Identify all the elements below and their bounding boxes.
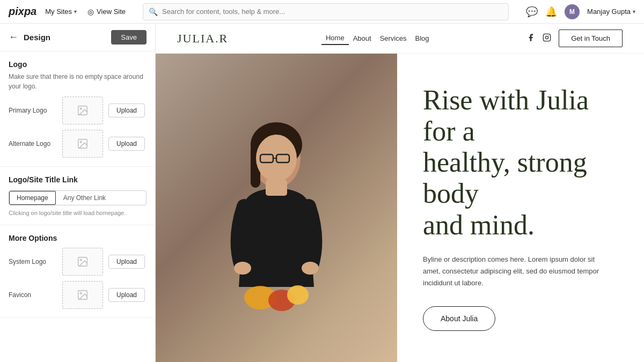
alternate-logo-upload-button[interactable]: Upload [108,137,145,151]
image-placeholder-icon4 [77,289,89,301]
favicon-row: Favicon Upload [9,281,147,309]
homepage-option[interactable]: Homepage [9,191,56,205]
link-options-group: Homepage Any Other Link [9,190,147,205]
user-menu[interactable]: Manjay Gupta ▾ [587,8,635,16]
system-logo-placeholder [62,248,103,276]
preview-nav: JULIA.R Home About Services Blog Get in … [156,24,644,54]
preview-area: JULIA.R Home About Services Blog Get in … [156,24,644,362]
primary-logo-label: Primary Logo [9,107,57,114]
search-bar[interactable]: 🔍 [143,3,509,20]
svg-point-9 [546,36,548,39]
favicon-upload-button[interactable]: Upload [108,288,145,302]
link-section: Logo/Site Title Link Homepage Any Other … [0,167,155,225]
svg-rect-8 [544,34,551,41]
hero-image-placeholder [156,54,397,362]
user-chevron-icon: ▾ [633,9,635,14]
mysites-label: My Sites [45,8,72,16]
primary-logo-row: Primary Logo Upload [9,97,147,124]
headline-line3: and mind. [423,210,535,240]
svg-point-23 [287,285,309,305]
system-logo-upload-button[interactable]: Upload [108,255,145,269]
bell-icon[interactable]: 🔔 [545,6,557,18]
main-area: ← Design Save Logo Make sure that there … [0,24,644,362]
avatar: M [565,4,580,19]
nav-link-about[interactable]: About [349,32,376,45]
search-input[interactable] [162,8,503,16]
save-button[interactable]: Save [111,30,147,45]
alternate-logo-placeholder [62,130,103,158]
other-link-option[interactable]: Any Other Link [56,191,113,205]
pixpa-wordmark: pixpa [9,5,36,18]
link-section-title: Logo/Site Title Link [9,175,147,184]
svg-rect-18 [266,180,287,196]
panel-title: Design [24,33,50,42]
svg-point-10 [548,35,549,36]
svg-point-19 [234,262,251,275]
get-in-touch-button[interactable]: Get in Touch [559,29,623,47]
eye-icon: ◎ [87,8,94,16]
logo-section-desc: Make sure that there is no empty space a… [9,72,147,91]
panel-header: ← Design Save [0,24,155,51]
more-options-title: More Options [9,234,147,242]
person-image [191,105,362,362]
favicon-placeholder [62,281,103,309]
hero-text-col: Rise with Julia for a healthy, strong bo… [397,54,644,362]
username-label: Manjay Gupta [587,8,631,16]
svg-point-5 [80,259,82,261]
nav-links: Home About Services Blog [321,32,434,45]
mysites-menu[interactable]: My Sites ▾ [45,8,77,16]
system-logo-row: System Logo Upload [9,248,147,276]
left-panel: ← Design Save Logo Make sure that there … [0,24,156,362]
topbar-action-icons: 💬 🔔 M Manjay Gupta ▾ [526,4,635,19]
system-logo-label: System Logo [9,258,57,265]
logo-section-title: Logo [9,60,147,69]
nav-link-home[interactable]: Home [321,32,349,45]
nav-right: Get in Touch [526,29,623,47]
headline-line2: healthy, strong body [423,147,587,209]
site-logo: JULIA.R [177,32,228,46]
alternate-logo-row: Alternate Logo Upload [9,130,147,158]
viewsite-label: View Site [97,8,126,16]
topbar: pixpa My Sites ▾ ◎ View Site 🔍 💬 🔔 M Man… [0,0,644,24]
pixpa-logo[interactable]: pixpa [9,5,36,18]
more-options-section: More Options System Logo Upload Favicon [0,225,155,318]
link-hint: Clicking on logo/site title will load ho… [9,210,147,216]
nav-link-services[interactable]: Services [376,32,411,45]
alternate-logo-label: Alternate Logo [9,140,57,147]
primary-logo-placeholder [62,97,103,124]
search-icon: 🔍 [149,8,158,16]
instagram-icon[interactable] [543,33,551,43]
facebook-icon[interactable] [526,33,535,43]
svg-point-1 [80,108,82,109]
hero-image [156,54,397,362]
image-placeholder-icon [77,105,89,116]
image-placeholder-icon3 [77,256,89,268]
svg-point-3 [80,141,82,143]
hero-byline: Byline or description comes here. Lorem … [423,254,605,289]
svg-point-20 [302,262,319,275]
primary-logo-upload-button[interactable]: Upload [108,104,145,117]
viewsite-button[interactable]: ◎ View Site [87,8,126,16]
svg-point-7 [80,292,82,294]
logo-section: Logo Make sure that there is no empty sp… [0,51,155,167]
image-placeholder-icon2 [77,138,89,150]
mysites-chevron-icon: ▾ [74,9,77,14]
back-icon[interactable]: ← [9,32,18,43]
nav-link-blog[interactable]: Blog [411,32,434,45]
about-julia-button[interactable]: About Julia [423,306,495,331]
hero-headline: Rise with Julia for a healthy, strong bo… [423,85,618,241]
comment-icon[interactable]: 💬 [526,6,538,18]
headline-line1: Rise with Julia for a [423,85,589,146]
preview-hero: Rise with Julia for a healthy, strong bo… [156,54,644,362]
favicon-label: Favicon [9,291,57,299]
